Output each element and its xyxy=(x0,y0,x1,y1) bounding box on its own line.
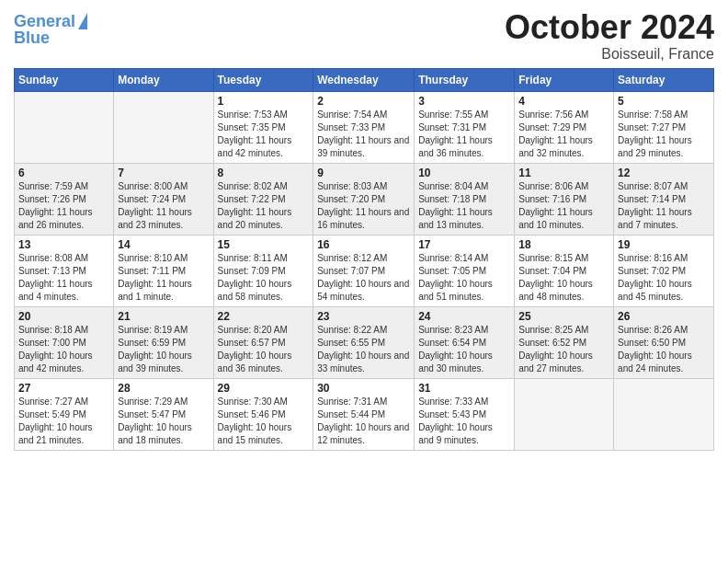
calendar-cell: 1Sunrise: 7:53 AM Sunset: 7:35 PM Daylig… xyxy=(213,91,313,163)
day-number: 20 xyxy=(18,310,109,323)
day-info: Sunrise: 8:20 AM Sunset: 6:57 PM Dayligh… xyxy=(218,324,310,375)
calendar-cell: 23Sunrise: 8:22 AM Sunset: 6:55 PM Dayli… xyxy=(313,306,415,378)
day-info: Sunrise: 8:16 AM Sunset: 7:02 PM Dayligh… xyxy=(618,252,710,304)
month-title: October 2024 xyxy=(505,9,714,46)
calendar-cell: 28Sunrise: 7:29 AM Sunset: 5:47 PM Dayli… xyxy=(114,378,213,450)
calendar-week-row: 13Sunrise: 8:08 AM Sunset: 7:13 PM Dayli… xyxy=(15,235,714,306)
col-header-saturday: Saturday xyxy=(614,68,714,91)
day-number: 3 xyxy=(418,95,510,108)
day-info: Sunrise: 8:23 AM Sunset: 6:54 PM Dayligh… xyxy=(418,324,510,375)
day-info: Sunrise: 7:33 AM Sunset: 5:43 PM Dayligh… xyxy=(418,396,510,447)
calendar-cell: 26Sunrise: 8:26 AM Sunset: 6:50 PM Dayli… xyxy=(614,306,714,378)
calendar-cell: 12Sunrise: 8:07 AM Sunset: 7:14 PM Dayli… xyxy=(614,163,714,235)
calendar-cell: 10Sunrise: 8:04 AM Sunset: 7:18 PM Dayli… xyxy=(415,163,515,235)
day-number: 7 xyxy=(118,167,209,179)
day-number: 24 xyxy=(418,310,510,323)
calendar-cell: 17Sunrise: 8:14 AM Sunset: 7:05 PM Dayli… xyxy=(415,235,515,306)
calendar-week-row: 20Sunrise: 8:18 AM Sunset: 7:00 PM Dayli… xyxy=(15,306,714,378)
day-info: Sunrise: 8:11 AM Sunset: 7:09 PM Dayligh… xyxy=(218,252,310,304)
day-info: Sunrise: 8:07 AM Sunset: 7:14 PM Dayligh… xyxy=(618,180,710,232)
calendar-week-row: 1Sunrise: 7:53 AM Sunset: 7:35 PM Daylig… xyxy=(15,91,714,163)
day-info: Sunrise: 8:12 AM Sunset: 7:07 PM Dayligh… xyxy=(317,252,410,304)
day-info: Sunrise: 8:18 AM Sunset: 7:00 PM Dayligh… xyxy=(18,324,109,375)
day-number: 19 xyxy=(618,238,710,251)
day-info: Sunrise: 8:25 AM Sunset: 6:52 PM Dayligh… xyxy=(518,324,609,375)
logo-triangle-icon xyxy=(78,13,87,29)
day-info: Sunrise: 7:59 AM Sunset: 7:26 PM Dayligh… xyxy=(18,180,109,232)
day-number: 11 xyxy=(518,167,609,179)
calendar-cell: 5Sunrise: 7:58 AM Sunset: 7:27 PM Daylig… xyxy=(614,91,714,163)
day-info: Sunrise: 8:22 AM Sunset: 6:55 PM Dayligh… xyxy=(317,324,410,375)
day-info: Sunrise: 8:14 AM Sunset: 7:05 PM Dayligh… xyxy=(418,252,510,304)
calendar-cell: 4Sunrise: 7:56 AM Sunset: 7:29 PM Daylig… xyxy=(515,91,614,163)
calendar-cell: 19Sunrise: 8:16 AM Sunset: 7:02 PM Dayli… xyxy=(614,235,714,306)
day-info: Sunrise: 7:54 AM Sunset: 7:33 PM Dayligh… xyxy=(317,109,410,160)
calendar-cell: 7Sunrise: 8:00 AM Sunset: 7:24 PM Daylig… xyxy=(114,163,213,235)
day-info: Sunrise: 7:56 AM Sunset: 7:29 PM Dayligh… xyxy=(518,109,609,160)
col-header-monday: Monday xyxy=(114,68,213,91)
title-block: October 2024 Boisseuil, France xyxy=(505,9,714,63)
calendar-cell: 25Sunrise: 8:25 AM Sunset: 6:52 PM Dayli… xyxy=(515,306,614,378)
day-number: 12 xyxy=(618,167,710,179)
day-number: 2 xyxy=(317,95,410,108)
day-info: Sunrise: 7:27 AM Sunset: 5:49 PM Dayligh… xyxy=(18,396,109,447)
logo-general: General xyxy=(14,12,75,30)
calendar-header-row: SundayMondayTuesdayWednesdayThursdayFrid… xyxy=(15,68,714,91)
calendar-cell: 6Sunrise: 7:59 AM Sunset: 7:26 PM Daylig… xyxy=(15,163,114,235)
day-number: 30 xyxy=(317,382,410,395)
calendar-cell xyxy=(614,378,714,450)
location: Boisseuil, France xyxy=(505,46,714,63)
calendar-cell: 15Sunrise: 8:11 AM Sunset: 7:09 PM Dayli… xyxy=(213,235,313,306)
day-number: 27 xyxy=(18,382,109,395)
day-info: Sunrise: 8:02 AM Sunset: 7:22 PM Dayligh… xyxy=(218,180,310,232)
day-number: 16 xyxy=(317,238,410,251)
day-info: Sunrise: 8:00 AM Sunset: 7:24 PM Dayligh… xyxy=(118,180,209,232)
logo: General Blue xyxy=(14,13,87,46)
day-info: Sunrise: 8:03 AM Sunset: 7:20 PM Dayligh… xyxy=(317,180,410,232)
day-info: Sunrise: 7:31 AM Sunset: 5:44 PM Dayligh… xyxy=(317,396,410,447)
calendar-cell: 8Sunrise: 8:02 AM Sunset: 7:22 PM Daylig… xyxy=(213,163,313,235)
day-info: Sunrise: 8:06 AM Sunset: 7:16 PM Dayligh… xyxy=(518,180,609,232)
calendar-cell: 31Sunrise: 7:33 AM Sunset: 5:43 PM Dayli… xyxy=(415,378,515,450)
logo-text: General xyxy=(14,13,75,29)
day-info: Sunrise: 8:08 AM Sunset: 7:13 PM Dayligh… xyxy=(18,252,109,304)
day-number: 22 xyxy=(218,310,310,323)
col-header-wednesday: Wednesday xyxy=(313,68,415,91)
day-number: 10 xyxy=(418,167,510,179)
calendar-cell: 2Sunrise: 7:54 AM Sunset: 7:33 PM Daylig… xyxy=(313,91,415,163)
day-info: Sunrise: 8:19 AM Sunset: 6:59 PM Dayligh… xyxy=(118,324,209,375)
day-info: Sunrise: 7:53 AM Sunset: 7:35 PM Dayligh… xyxy=(218,109,310,160)
day-info: Sunrise: 8:26 AM Sunset: 6:50 PM Dayligh… xyxy=(618,324,710,375)
day-info: Sunrise: 7:55 AM Sunset: 7:31 PM Dayligh… xyxy=(418,109,510,160)
day-number: 28 xyxy=(118,382,209,395)
col-header-sunday: Sunday xyxy=(15,68,114,91)
calendar-cell: 9Sunrise: 8:03 AM Sunset: 7:20 PM Daylig… xyxy=(313,163,415,235)
calendar-cell: 14Sunrise: 8:10 AM Sunset: 7:11 PM Dayli… xyxy=(114,235,213,306)
day-number: 26 xyxy=(618,310,710,323)
logo-blue: Blue xyxy=(14,29,87,46)
day-number: 25 xyxy=(518,310,609,323)
page: General Blue October 2024 Boisseuil, Fra… xyxy=(0,0,728,563)
day-number: 23 xyxy=(317,310,410,323)
day-info: Sunrise: 7:58 AM Sunset: 7:27 PM Dayligh… xyxy=(618,109,710,160)
day-number: 15 xyxy=(218,238,310,251)
day-number: 17 xyxy=(418,238,510,251)
day-info: Sunrise: 8:15 AM Sunset: 7:04 PM Dayligh… xyxy=(518,252,609,304)
day-info: Sunrise: 7:30 AM Sunset: 5:46 PM Dayligh… xyxy=(218,396,310,447)
day-number: 4 xyxy=(518,95,609,108)
calendar-week-row: 6Sunrise: 7:59 AM Sunset: 7:26 PM Daylig… xyxy=(15,163,714,235)
calendar-cell: 16Sunrise: 8:12 AM Sunset: 7:07 PM Dayli… xyxy=(313,235,415,306)
calendar-cell: 30Sunrise: 7:31 AM Sunset: 5:44 PM Dayli… xyxy=(313,378,415,450)
header: General Blue October 2024 Boisseuil, Fra… xyxy=(14,9,714,63)
day-info: Sunrise: 8:04 AM Sunset: 7:18 PM Dayligh… xyxy=(418,180,510,232)
day-number: 9 xyxy=(317,167,410,179)
day-number: 18 xyxy=(518,238,609,251)
calendar-cell: 27Sunrise: 7:27 AM Sunset: 5:49 PM Dayli… xyxy=(15,378,114,450)
day-number: 1 xyxy=(218,95,310,108)
day-info: Sunrise: 8:10 AM Sunset: 7:11 PM Dayligh… xyxy=(118,252,209,304)
calendar-cell: 24Sunrise: 8:23 AM Sunset: 6:54 PM Dayli… xyxy=(415,306,515,378)
day-number: 13 xyxy=(18,238,109,251)
calendar-week-row: 27Sunrise: 7:27 AM Sunset: 5:49 PM Dayli… xyxy=(15,378,714,450)
day-number: 21 xyxy=(118,310,209,323)
calendar-cell: 18Sunrise: 8:15 AM Sunset: 7:04 PM Dayli… xyxy=(515,235,614,306)
